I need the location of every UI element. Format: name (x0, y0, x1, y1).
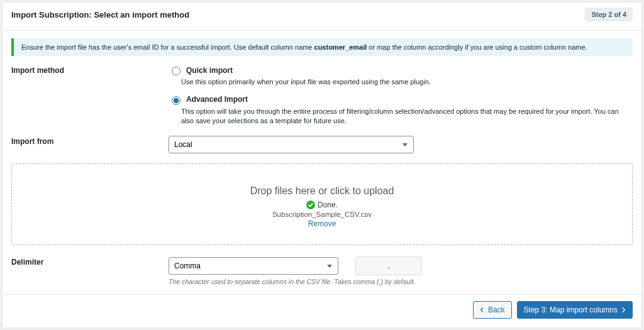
next-button-label: Step 3: Map import columns (524, 305, 618, 314)
delimiter-select[interactable]: Comma (169, 257, 338, 275)
info-code: customer_email (314, 43, 367, 51)
delimiter-row: Delimiter Comma , The character used to … (11, 256, 633, 285)
remove-file-link[interactable]: Remove (308, 219, 336, 228)
delimiter-preview: , (355, 256, 422, 275)
back-button-label: Back (488, 305, 505, 314)
check-icon (306, 201, 315, 209)
dropzone-title: Drop files here or click to upload (25, 185, 619, 197)
info-text-prefix: Ensure the import file has the user's em… (21, 43, 314, 51)
info-notice: Ensure the import file has the user's em… (11, 38, 633, 56)
chevron-right-icon (621, 307, 626, 312)
header-divider (3, 30, 641, 31)
panel-footer: Back Step 3: Map import columns (3, 295, 641, 327)
quick-import-radio[interactable] (172, 67, 180, 75)
import-method-row: Import method Quick import Use this opti… (11, 65, 633, 126)
content-area: Ensure the import file has the user's em… (3, 38, 641, 287)
back-button[interactable]: Back (473, 301, 512, 319)
delimiter-label: Delimiter (11, 256, 169, 267)
advanced-import-title: Advanced Import (186, 95, 248, 104)
import-panel: Import Subscription: Select an import me… (2, 2, 642, 328)
chevron-left-icon (480, 307, 485, 312)
import-method-label: Import method (11, 65, 169, 75)
import-method-field: Quick import Use this option primarily w… (169, 65, 633, 126)
quick-import-title: Quick import (186, 66, 233, 75)
import-from-field: Local (169, 136, 633, 153)
quick-import-desc: Use this option primarily when your inpu… (181, 77, 633, 87)
quick-import-option: Quick import Use this option primarily w… (169, 65, 633, 87)
quick-import-radio-label[interactable]: Quick import (169, 65, 633, 75)
info-text-suffix: or map the column accordingly if you are… (367, 43, 587, 51)
file-dropzone[interactable]: Drop files here or click to upload Done.… (11, 163, 633, 245)
next-button[interactable]: Step 3: Map import columns (517, 301, 633, 319)
done-text: Done. (318, 201, 338, 209)
page-title: Import Subscription: Select an import me… (11, 10, 189, 19)
delimiter-select-wrap: Comma (169, 257, 338, 275)
panel-header: Import Subscription: Select an import me… (3, 3, 641, 28)
uploaded-filename: Subscription_Sample_CSV.csv (25, 211, 619, 218)
delimiter-helper: The character used to separate columns i… (169, 278, 633, 285)
delimiter-field: Comma , The character used to separate c… (169, 256, 633, 285)
import-from-label: Import from (11, 136, 169, 146)
import-from-select-wrap: Local (169, 136, 414, 153)
upload-status: Done. (306, 201, 338, 209)
advanced-import-desc: This option will take you through the en… (181, 107, 633, 126)
step-badge: Step 2 of 4 (585, 8, 633, 21)
advanced-import-radio-label[interactable]: Advanced Import (169, 94, 633, 105)
import-from-row: Import from Local (11, 136, 633, 153)
advanced-import-radio[interactable] (172, 96, 180, 105)
import-from-select[interactable]: Local (169, 136, 414, 153)
advanced-import-option: Advanced Import This option will take yo… (169, 94, 633, 126)
